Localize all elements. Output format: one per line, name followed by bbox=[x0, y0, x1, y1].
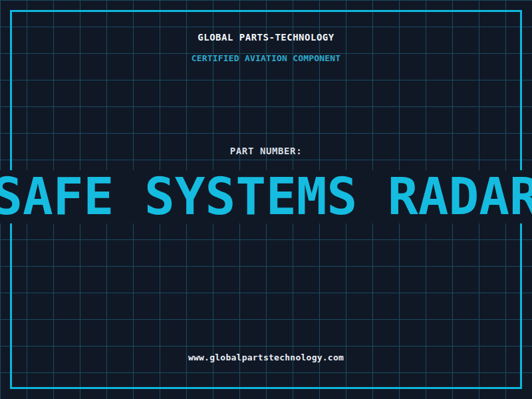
part-name-band: SAFE SYSTEMS RADAR bbox=[0, 170, 532, 223]
part-name: SAFE SYSTEMS RADAR bbox=[0, 170, 532, 223]
company-name: GLOBAL PARTS-TECHNOLOGY bbox=[0, 33, 532, 42]
website-url: www.globalpartstechnology.com bbox=[0, 353, 532, 362]
certification-tagline: CERTIFIED AVIATION COMPONENT bbox=[0, 54, 532, 63]
part-number-label: PART NUMBER: bbox=[0, 146, 532, 156]
part-certificate-page: GLOBAL PARTS-TECHNOLOGY CERTIFIED AVIATI… bbox=[0, 0, 532, 399]
